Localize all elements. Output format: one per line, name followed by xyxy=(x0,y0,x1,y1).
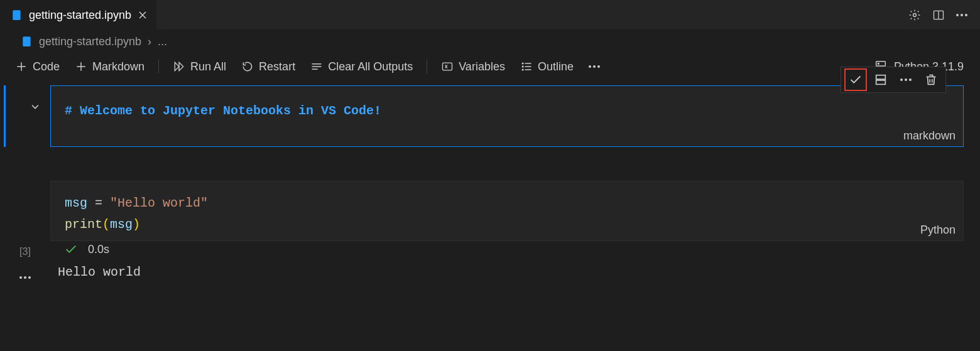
code-cell[interactable]: msg = "Hello world" print(msg) Python xyxy=(50,147,964,241)
cell-language-label[interactable]: Python xyxy=(920,224,956,237)
add-markdown-label: Markdown xyxy=(92,60,144,73)
outline-label: Outline xyxy=(538,60,574,73)
variables-button[interactable]: Variables xyxy=(436,59,510,75)
token-paren: ) xyxy=(133,217,140,232)
execution-status: 0.0s xyxy=(50,239,109,260)
token-variable: msg xyxy=(65,196,87,210)
notebook-icon xyxy=(21,36,33,47)
run-all-label: Run All xyxy=(190,60,226,73)
token-function: print xyxy=(65,217,102,232)
restart-button[interactable]: Restart xyxy=(236,59,300,75)
split-icon xyxy=(874,73,888,87)
close-icon[interactable] xyxy=(138,10,148,20)
token-variable: msg xyxy=(110,217,133,232)
run-all-icon xyxy=(173,60,185,73)
run-all-button[interactable]: Run All xyxy=(168,59,231,75)
more-actions-icon[interactable] xyxy=(956,14,967,16)
svg-point-19 xyxy=(878,63,879,65)
split-cell-button[interactable] xyxy=(870,69,891,90)
breadcrumb-file[interactable]: getting-started.ipynb xyxy=(39,35,141,48)
tab-title: getting-started.ipynb xyxy=(29,9,131,22)
markdown-source[interactable]: # Welcome to Jupyter Notebooks in VS Cod… xyxy=(65,104,950,118)
svg-rect-21 xyxy=(876,75,886,79)
markdown-cell[interactable]: # Welcome to Jupyter Notebooks in VS Cod… xyxy=(50,85,964,147)
tab-active[interactable]: getting-started.ipynb xyxy=(0,0,156,30)
add-code-button[interactable]: Code xyxy=(10,59,65,75)
cell-more-button[interactable] xyxy=(895,69,917,90)
gear-icon[interactable] xyxy=(908,9,921,21)
outline-icon xyxy=(520,60,533,73)
toolbar-more-button[interactable] xyxy=(584,64,605,69)
output-row: Hello world xyxy=(0,265,980,283)
svg-rect-22 xyxy=(876,80,886,84)
svg-point-15 xyxy=(522,69,523,70)
code-source[interactable]: msg = "Hello world" print(msg) xyxy=(65,193,950,235)
chevron-right-icon: › xyxy=(148,35,151,48)
token-string: "Hello world" xyxy=(110,196,208,210)
outline-button[interactable]: Outline xyxy=(515,59,579,75)
plus-icon xyxy=(75,60,87,73)
code-cell-row: msg = "Hello world" print(msg) Python xyxy=(0,147,980,241)
svg-rect-10 xyxy=(443,63,452,70)
token-operator: = xyxy=(87,196,110,210)
output-gutter-more[interactable] xyxy=(0,265,50,283)
svg-point-11 xyxy=(522,63,523,64)
toolbar-separator xyxy=(158,60,159,73)
split-editor-icon[interactable] xyxy=(932,9,945,21)
accept-edit-button[interactable] xyxy=(845,69,866,90)
execution-time: 0.0s xyxy=(88,243,109,256)
clear-outputs-icon xyxy=(310,60,323,73)
check-icon xyxy=(849,73,863,87)
markdown-cell-row: # Welcome to Jupyter Notebooks in VS Cod… xyxy=(0,85,980,147)
clear-outputs-button[interactable]: Clear All Outputs xyxy=(305,59,418,75)
variables-icon xyxy=(441,60,454,73)
ellipsis-icon xyxy=(19,276,31,279)
cell-output: Hello world xyxy=(50,265,141,279)
trash-icon xyxy=(924,73,938,87)
delete-cell-button[interactable] xyxy=(920,69,942,90)
add-markdown-button[interactable]: Markdown xyxy=(70,59,150,75)
execution-count: [3] xyxy=(0,241,50,257)
cell-gutter xyxy=(0,85,50,113)
cell-language-label[interactable]: markdown xyxy=(903,129,956,143)
add-code-label: Code xyxy=(33,60,60,73)
svg-point-13 xyxy=(522,66,523,67)
plus-icon xyxy=(15,60,28,73)
restart-icon xyxy=(241,60,254,73)
tab-bar: getting-started.ipynb xyxy=(0,0,980,30)
cells-container: # Welcome to Jupyter Notebooks in VS Cod… xyxy=(0,80,980,283)
svg-rect-1 xyxy=(14,11,17,13)
token-paren: ( xyxy=(102,217,110,232)
execution-status-row: [3] 0.0s xyxy=(0,239,980,260)
ellipsis-icon xyxy=(900,78,912,81)
clear-outputs-label: Clear All Outputs xyxy=(328,60,413,73)
restart-label: Restart xyxy=(259,60,295,73)
cell-action-toolbar xyxy=(841,67,946,93)
variables-label: Variables xyxy=(459,60,505,73)
breadcrumb-more[interactable]: ... xyxy=(158,35,167,48)
notebook-toolbar: Code Markdown Run All Restart Clear All … xyxy=(0,53,980,80)
notebook-icon xyxy=(11,9,23,21)
breadcrumb[interactable]: getting-started.ipynb › ... xyxy=(0,30,980,53)
svg-point-2 xyxy=(913,13,917,16)
collapse-toggle[interactable] xyxy=(29,100,41,113)
toolbar-separator xyxy=(427,60,427,73)
focus-indicator xyxy=(4,85,6,147)
chevron-down-icon xyxy=(29,100,41,113)
svg-rect-6 xyxy=(24,38,27,39)
editor-actions xyxy=(908,0,980,30)
cell-gutter xyxy=(0,147,50,153)
success-check-icon xyxy=(64,242,78,256)
ellipsis-icon xyxy=(589,65,600,68)
